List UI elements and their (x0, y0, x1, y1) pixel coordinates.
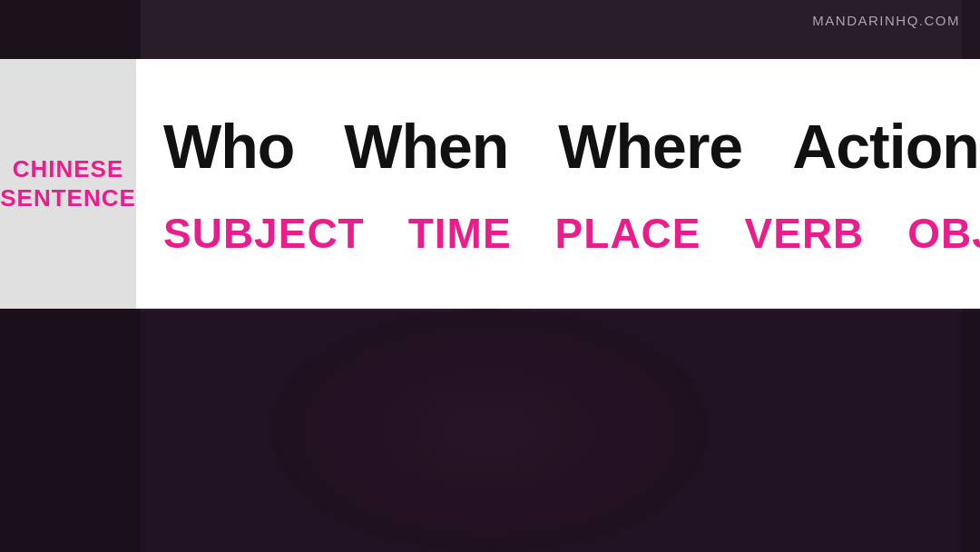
bottom-item-verb: VERB (745, 209, 865, 258)
content-area: Who When Where Action SUBJECT TIME PLACE… (136, 59, 980, 309)
bg-overlay-bottom (0, 311, 980, 552)
bottom-item-place: PLACE (555, 209, 701, 258)
site-watermark: MANDARINHQ.COM (812, 13, 960, 28)
bg-overlay-top (0, 0, 980, 59)
main-panel: CHINESE SENTENCE Who When Where Action S… (0, 59, 980, 309)
bottom-row: SUBJECT TIME PLACE VERB OBJECT (154, 209, 980, 258)
top-item-when: When (344, 111, 508, 182)
bottom-item-object: OBJECT (907, 209, 980, 258)
top-item-where: Where (558, 111, 742, 182)
top-item-action: Action (792, 111, 979, 182)
bottom-item-subject: SUBJECT (163, 209, 365, 258)
top-item-who: Who (163, 111, 294, 182)
top-row: Who When Where Action (154, 111, 980, 182)
side-label-text: CHINESE SENTENCE (0, 155, 136, 212)
bottom-item-time: TIME (408, 209, 512, 258)
side-label: CHINESE SENTENCE (0, 59, 136, 309)
